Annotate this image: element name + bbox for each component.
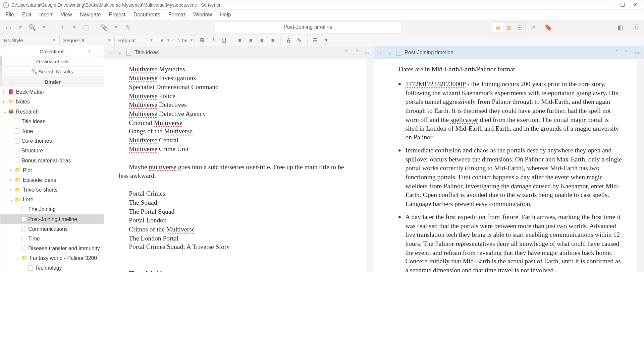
view-mode-outliner-icon[interactable]: ☰ — [514, 22, 525, 32]
inspector-metadata-icon[interactable]: ◧ — [615, 22, 625, 32]
binder-item-label: Tone — [21, 128, 33, 134]
binder-item[interactable]: ›📁Episode ideas — [0, 175, 104, 185]
editor-body-right[interactable]: Dates are in Mid-Earth/Earth/Palinor for… — [374, 59, 637, 272]
maximize-button[interactable]: ☐ — [620, 2, 625, 8]
scrollbar[interactable] — [367, 59, 374, 272]
binder-item-label: Time — [29, 235, 40, 242]
split-button[interactable]: ▭ — [364, 50, 370, 56]
binder-item[interactable]: Tone — [0, 126, 104, 136]
bookmark-icon[interactable]: 🔖 — [544, 22, 553, 32]
scrollbar[interactable] — [637, 59, 644, 272]
dropdown-caret-icon[interactable]: ▼ — [16, 22, 25, 32]
align-left-button[interactable]: ≡ — [235, 36, 244, 44]
collections-header: Collections ＋ － — [0, 46, 104, 56]
collection-tab-search[interactable]: 🔍Search Results — [0, 67, 104, 77]
bold-button[interactable]: B — [198, 36, 206, 44]
binder-item-label: Triverse shorts — [23, 187, 58, 193]
text-icon — [21, 236, 26, 241]
dropdown-caret-icon[interactable]: ▼ — [69, 22, 79, 32]
compose-icon[interactable]: ✎ — [123, 22, 133, 32]
binder-item[interactable]: Communications — [0, 224, 104, 233]
text-color-button[interactable]: A — [284, 36, 293, 44]
line-spacing-select[interactable]: 1.0x▼ — [174, 34, 195, 46]
binder-item[interactable]: ›📕Back Matter — [0, 87, 104, 97]
menu-view[interactable]: View — [61, 12, 72, 18]
nav-forward-button[interactable]: › — [117, 49, 123, 56]
binder-item[interactable]: Post-Joining timeline — [0, 214, 104, 224]
font-weight-select[interactable]: Regular▼ — [115, 34, 157, 46]
italic-button[interactable]: I — [209, 36, 217, 44]
paragraph-style-select[interactable]: No Style▼ — [0, 34, 60, 46]
compile-icon[interactable]: ↗ — [528, 22, 538, 32]
next-doc-button[interactable]: ˅ — [623, 50, 630, 56]
binder-item[interactable]: The Joining — [0, 204, 104, 214]
font-size-select[interactable]: 9▼ — [157, 34, 174, 46]
menu-insert[interactable]: Insert — [39, 12, 52, 18]
window-title: C:\Users\tarni\Google Drive\Writing\Book… — [11, 2, 221, 7]
dropdown-caret-icon[interactable]: ▼ — [111, 22, 121, 32]
binder-item[interactable]: Core themes — [0, 136, 104, 146]
binder-item[interactable]: Time — [0, 234, 104, 244]
collections-add-button[interactable]: ＋ — [87, 48, 92, 55]
view-binder-icon[interactable]: ▭ — [4, 22, 13, 32]
list-button[interactable]: ☰ — [311, 36, 319, 44]
font-family-select[interactable]: Segoe UI▼ — [60, 34, 115, 46]
editor-header-right: ‹ › Post-Joining timeline ˄ ˅ ▭ — [374, 46, 643, 59]
list-dropdown-icon[interactable]: ▼ — [322, 36, 330, 44]
view-mode-group: ▤ ⊞ ☰ — [492, 22, 526, 32]
binder-item[interactable]: ⌄📦Research — [0, 107, 104, 116]
align-justify-button[interactable]: ≡ — [269, 36, 277, 44]
add-icon[interactable]: ＋ — [58, 22, 67, 32]
underline-button[interactable]: U — [220, 36, 228, 44]
dropdown-caret-icon[interactable]: ▼ — [39, 22, 49, 32]
menubar: FileEditInsertViewNavigateProjectDocumen… — [0, 10, 643, 20]
attachment-icon[interactable]: 📎 — [100, 22, 109, 32]
close-button[interactable]: ✕ — [633, 2, 638, 8]
menu-help[interactable]: Help — [220, 12, 231, 18]
binder-item[interactable]: ›📁Notes — [0, 97, 104, 107]
align-right-button[interactable]: ≡ — [258, 36, 266, 44]
menu-format[interactable]: Format — [168, 12, 185, 18]
split-button[interactable]: ▭ — [633, 50, 640, 56]
binder-tree[interactable]: ›📕Back Matter›📁Notes⌄📦ResearchTitle idea… — [0, 87, 104, 272]
search-icon[interactable]: 🔍 — [28, 22, 37, 32]
nav-back-button[interactable]: ‹ — [108, 49, 114, 56]
binder-item[interactable]: Bonus material ideas — [0, 155, 104, 165]
binder-item[interactable]: Title ideas — [0, 117, 104, 126]
nav-forward-button[interactable]: › — [387, 49, 393, 56]
text-icon — [21, 246, 26, 251]
binder-item[interactable]: ⌄📁Fantasy world - Palinor 3200 — [0, 253, 104, 263]
minimize-button[interactable]: ─ — [609, 2, 613, 8]
binder-item[interactable]: ›📁Plot — [0, 165, 104, 175]
editor-body-left[interactable]: Multiverse MysteriesMultiverse Investiga… — [104, 59, 367, 272]
inspector-toggle-icon[interactable]: ⓘ — [631, 22, 640, 32]
prev-doc-button[interactable]: ˄ — [343, 50, 350, 56]
menu-window[interactable]: Window — [193, 12, 212, 18]
collection-tab-preview[interactable]: Preview ebook — [0, 57, 104, 67]
view-mode-document-icon[interactable]: ▤ — [492, 22, 503, 32]
active-document-tab[interactable]: Post-Joining timeline — [215, 21, 401, 32]
titlebar: S C:\Users\tarni\Google Drive\Writing\Bo… — [0, 0, 643, 10]
align-center-button[interactable]: ≡ — [247, 36, 255, 44]
menu-project[interactable]: Project — [109, 12, 125, 18]
menu-navigate[interactable]: Navigate — [80, 12, 101, 18]
prev-doc-button[interactable]: ˄ — [613, 50, 620, 56]
menu-file[interactable]: File — [5, 12, 14, 18]
menu-documents[interactable]: Documents — [133, 12, 160, 18]
binder-item[interactable]: Structure — [0, 146, 104, 155]
binder-item-label: Title ideas — [21, 118, 45, 124]
folder-icon: 📁 — [15, 187, 21, 193]
menu-edit[interactable]: Edit — [22, 12, 31, 18]
nav-back-button[interactable]: ‹ — [377, 49, 383, 56]
view-mode-corkboard-icon[interactable]: ⊞ — [503, 22, 515, 32]
trash-icon[interactable]: ▢ — [82, 22, 91, 32]
binder-item[interactable]: Disease transfer and immunity — [0, 244, 104, 253]
collection-tab-binder[interactable]: Binder — [0, 77, 104, 87]
next-doc-button[interactable]: ˅ — [353, 50, 360, 56]
binder-item[interactable]: ›📁Triverse shorts — [0, 185, 104, 195]
highlight-button[interactable]: ✎ — [295, 36, 304, 44]
binder-item[interactable]: ⌄📁Lore — [0, 195, 104, 204]
main-toolbar: ▭ ▼ 🔍 ▼ ＋ ▼ ▢ 📎 ▼ ✎ Post-Joining timelin… — [0, 20, 643, 34]
collections-remove-button[interactable]: － — [95, 48, 100, 55]
binder-item[interactable]: Technology — [0, 263, 104, 272]
